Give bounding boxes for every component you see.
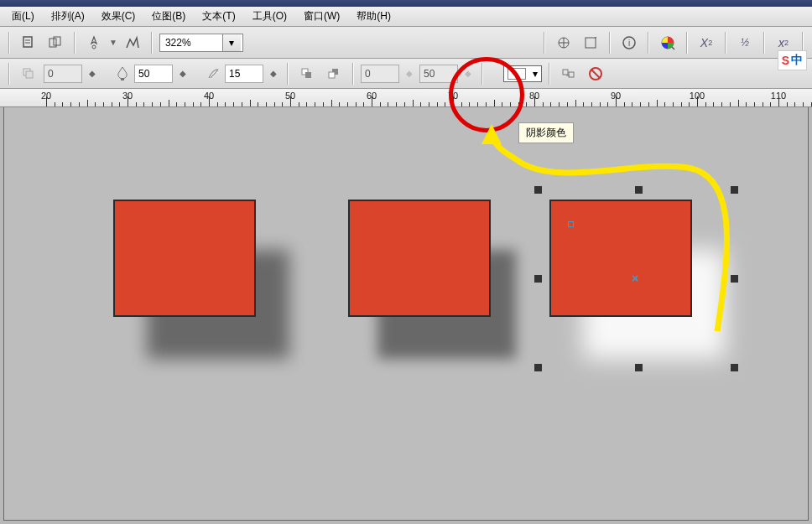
ruler-tick xyxy=(600,102,601,106)
shadow-stretch-input xyxy=(420,65,457,82)
ruler-tick xyxy=(697,96,698,106)
ruler-tick xyxy=(575,100,576,106)
rectangle-1[interactable] xyxy=(113,200,256,317)
zoom-combo[interactable]: ▾ xyxy=(159,34,243,52)
ruler-tick xyxy=(429,102,429,106)
spinner-icon[interactable]: ◆ xyxy=(176,65,190,83)
svg-rect-16 xyxy=(563,70,568,75)
canvas[interactable]: × xyxy=(3,107,809,521)
welcome-icon[interactable] xyxy=(121,31,144,54)
rectangle-3[interactable] xyxy=(549,200,692,317)
selection-handle[interactable] xyxy=(731,186,738,194)
ruler-tick xyxy=(55,102,55,106)
shadow-origin-icon[interactable] xyxy=(568,221,574,227)
ruler-tick xyxy=(486,102,487,106)
fraction-icon[interactable]: ½ xyxy=(733,31,757,54)
zoom-input[interactable] xyxy=(160,34,222,51)
ruler-tick xyxy=(46,96,47,106)
ruler-tick xyxy=(673,102,674,106)
ruler-tick xyxy=(258,102,258,106)
selection-handle[interactable] xyxy=(635,364,643,371)
launcher-icon[interactable] xyxy=(82,31,106,54)
menu-tools[interactable]: 工具(O) xyxy=(244,8,295,25)
svg-rect-0 xyxy=(23,37,32,47)
ruler-tick xyxy=(550,102,551,106)
toolbar-main: ▼ ▾ i X2 ½ x2 xyxy=(0,27,812,59)
selection-handle[interactable] xyxy=(534,275,542,283)
ruler-tick xyxy=(632,102,632,106)
selection-handle[interactable] xyxy=(731,275,738,283)
selection-handle[interactable] xyxy=(731,364,738,371)
svg-rect-11 xyxy=(121,78,124,80)
menu-text[interactable]: 文本(T) xyxy=(194,8,243,25)
separator xyxy=(544,32,545,54)
separator xyxy=(352,63,354,85)
opacity-icon[interactable] xyxy=(114,62,131,86)
selection-handle[interactable] xyxy=(534,364,542,371)
ruler-tick xyxy=(95,102,96,106)
ruler-tick xyxy=(290,96,291,106)
copy-shadow-icon[interactable] xyxy=(557,62,580,86)
menu-window[interactable]: 窗口(W) xyxy=(295,8,348,25)
separator xyxy=(648,32,649,54)
menu-help[interactable]: 帮助(H) xyxy=(348,8,399,25)
subscript-icon[interactable]: X2 xyxy=(695,31,718,54)
shadow-x-input xyxy=(44,65,81,82)
ruler-tick xyxy=(657,100,658,106)
ruler-tick xyxy=(607,102,608,106)
import-icon[interactable] xyxy=(17,31,40,54)
color-wheel-icon[interactable] xyxy=(656,31,679,54)
shadow-color-swatch[interactable]: ▾ xyxy=(503,65,542,82)
shadow-opacity-input[interactable] xyxy=(135,65,172,82)
zoom-dropdown-icon[interactable]: ▾ xyxy=(222,34,241,51)
menu-bitmap[interactable]: 位图(B) xyxy=(143,8,194,25)
menu-effects[interactable]: 效果(C) xyxy=(93,8,144,25)
spinner-icon[interactable]: ◆ xyxy=(86,65,99,83)
spinner-icon[interactable]: ◆ xyxy=(267,65,280,83)
ruler-tick xyxy=(738,100,739,106)
separator xyxy=(151,32,153,54)
feather-icon[interactable] xyxy=(205,62,221,86)
svg-rect-15 xyxy=(329,72,335,78)
ruler-tick xyxy=(143,102,144,106)
selection-handle[interactable] xyxy=(635,186,643,194)
direction-icon[interactable] xyxy=(295,62,319,86)
ruler-horizontal: // ruler generated below 203040506070809… xyxy=(0,89,812,107)
ime-indicator[interactable]: S 中 xyxy=(778,50,807,70)
rectangle-2[interactable] xyxy=(348,200,491,317)
separator xyxy=(609,32,611,54)
shadow-feather-input[interactable] xyxy=(226,65,263,82)
ruler-tick xyxy=(640,102,641,106)
ruler-tick xyxy=(299,102,299,106)
options-icon[interactable] xyxy=(579,31,602,54)
dropdown-arrow-icon[interactable]: ▼ xyxy=(109,38,117,47)
shadow-feather-field[interactable] xyxy=(225,65,263,83)
spinner-icon: ◆ xyxy=(461,65,475,83)
direction2-icon[interactable] xyxy=(322,62,346,86)
separator xyxy=(74,32,75,54)
ruler-tick xyxy=(648,102,649,106)
ruler-tick xyxy=(152,102,153,106)
ruler-tick xyxy=(103,102,104,106)
selection-handle[interactable] xyxy=(534,186,542,194)
clear-shadow-icon[interactable] xyxy=(584,62,607,86)
svg-rect-10 xyxy=(26,71,33,78)
menu-arrange[interactable]: 排列(A) xyxy=(43,8,93,25)
menu-face[interactable]: 面(L) xyxy=(3,8,43,25)
shadow-x-field xyxy=(44,65,82,83)
spinner-icon: ◆ xyxy=(403,65,416,83)
dropdown-arrow-icon[interactable]: ▾ xyxy=(529,68,541,80)
ruler-tick xyxy=(721,102,722,106)
preset-icon[interactable] xyxy=(17,62,40,86)
ruler-tick xyxy=(217,102,218,106)
ruler-tick xyxy=(225,102,226,106)
ruler-tick xyxy=(404,102,405,106)
shadow-opacity-field[interactable] xyxy=(134,65,173,83)
export-icon[interactable] xyxy=(44,31,67,54)
ruler-tick xyxy=(112,102,112,106)
ruler-tick xyxy=(754,102,755,106)
info-icon[interactable]: i xyxy=(617,31,641,54)
toolbar-shadow: ◆ ◆ ◆ ◆ ◆ ▾ xyxy=(0,59,812,89)
snap-icon[interactable] xyxy=(552,31,575,54)
ruler-tick xyxy=(705,102,706,106)
